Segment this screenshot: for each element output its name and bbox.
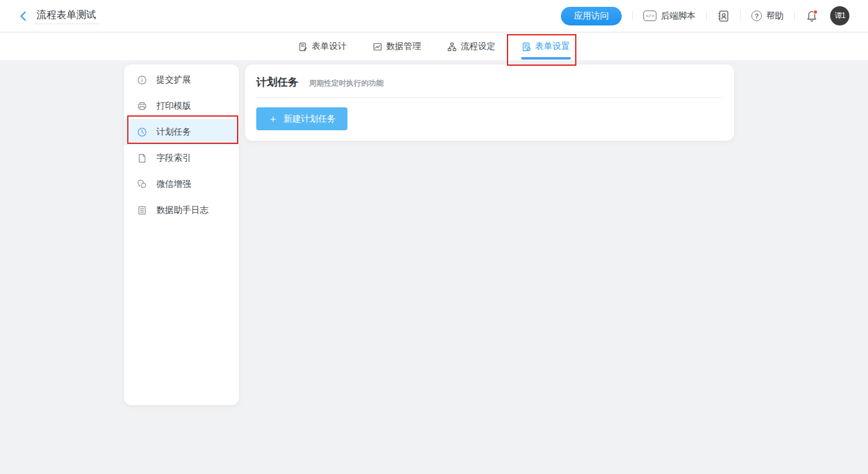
sidebar-item-label: 提交扩展 xyxy=(156,74,191,86)
flow-setting-icon xyxy=(447,42,457,51)
sidebar-item-wechat-enhance[interactable]: 微信增强 xyxy=(124,171,239,197)
new-scheduled-task-label: 新建计划任务 xyxy=(284,114,336,125)
app-access-button[interactable]: 应用访问 xyxy=(561,7,622,25)
tab-label: 流程设定 xyxy=(461,41,496,52)
sidebar-item-scheduled-tasks[interactable]: 计划任务 xyxy=(124,119,239,145)
tab-data-management[interactable]: 数据管理 xyxy=(372,33,422,60)
panel-title: 计划任务 xyxy=(256,75,298,89)
header-actions: 应用访问 </> 后端脚本 ? 帮助 xyxy=(561,6,868,25)
printer-icon xyxy=(137,101,147,111)
header-divider xyxy=(706,11,707,20)
panel-subtitle: 周期性定时执行的功能 xyxy=(309,78,383,89)
form-settings-icon xyxy=(522,42,531,51)
sidebar-item-label: 字段索引 xyxy=(156,153,191,164)
backend-script-button[interactable]: </> 后端脚本 xyxy=(643,11,696,22)
sidebar-item-submit-extension[interactable]: 提交扩展 xyxy=(124,67,239,93)
sidebar-item-field-index[interactable]: 字段索引 xyxy=(124,145,239,171)
page-title[interactable]: 流程表单测试 xyxy=(35,7,99,24)
data-manage-icon xyxy=(373,42,382,51)
wechat-icon xyxy=(137,179,147,189)
clock-icon xyxy=(137,127,147,137)
help-label: 帮助 xyxy=(766,11,784,22)
plus-icon: ＋ xyxy=(268,114,278,124)
header-divider xyxy=(794,11,795,20)
tab-label: 数据管理 xyxy=(387,41,421,52)
contacts-book-icon[interactable] xyxy=(717,10,730,22)
sidebar-item-label: 打印模版 xyxy=(156,101,191,112)
tab-flow-setting[interactable]: 流程设定 xyxy=(447,33,496,60)
log-icon xyxy=(137,205,147,215)
back-button[interactable] xyxy=(17,10,30,22)
app-header: 流程表单测试 应用访问 </> 后端脚本 ? 帮助 xyxy=(0,0,868,32)
help-button[interactable]: ? 帮助 xyxy=(751,11,784,22)
code-icon: </> xyxy=(643,11,656,21)
notifications-button[interactable] xyxy=(805,9,818,22)
scheduled-tasks-panel: 计划任务 周期性定时执行的功能 ＋ 新建计划任务 xyxy=(245,65,734,141)
document-icon xyxy=(137,153,147,163)
sidebar-item-label: 计划任务 xyxy=(156,127,191,138)
sidebar-item-label: 微信增强 xyxy=(156,179,191,190)
tab-label: 表单设计 xyxy=(312,41,347,52)
chevron-left-icon xyxy=(18,11,29,22)
sidebar-item-print-template[interactable]: 打印模版 xyxy=(124,93,239,119)
info-icon xyxy=(137,75,147,85)
tab-form-settings[interactable]: 表单设置 xyxy=(521,33,571,60)
header-divider xyxy=(740,11,741,20)
backend-script-label: 后端脚本 xyxy=(661,11,696,22)
header-divider xyxy=(632,11,633,20)
help-icon: ? xyxy=(751,11,762,21)
tab-label: 表单设置 xyxy=(535,41,570,52)
user-avatar[interactable]: 谭1 xyxy=(830,6,849,25)
panel-divider xyxy=(256,97,722,98)
form-tabbar: 表单设计 数据管理 流程设定 xyxy=(0,33,868,60)
panel-header: 计划任务 周期性定时执行的功能 xyxy=(245,65,734,89)
tab-form-design[interactable]: 表单设计 xyxy=(298,33,347,60)
sidebar-item-label: 数据助手日志 xyxy=(156,205,208,216)
form-design-icon xyxy=(298,42,308,51)
settings-sidebar: 提交扩展 打印模版 计划任务 字段索引 xyxy=(124,65,239,405)
active-tab-underline xyxy=(521,57,571,60)
page: { "header": { "title": "流程表单测试", "app_ac… xyxy=(0,0,868,474)
bell-icon xyxy=(805,9,818,22)
sidebar-item-data-assistant-log[interactable]: 数据助手日志 xyxy=(124,197,239,223)
new-scheduled-task-button[interactable]: ＋ 新建计划任务 xyxy=(256,107,347,130)
